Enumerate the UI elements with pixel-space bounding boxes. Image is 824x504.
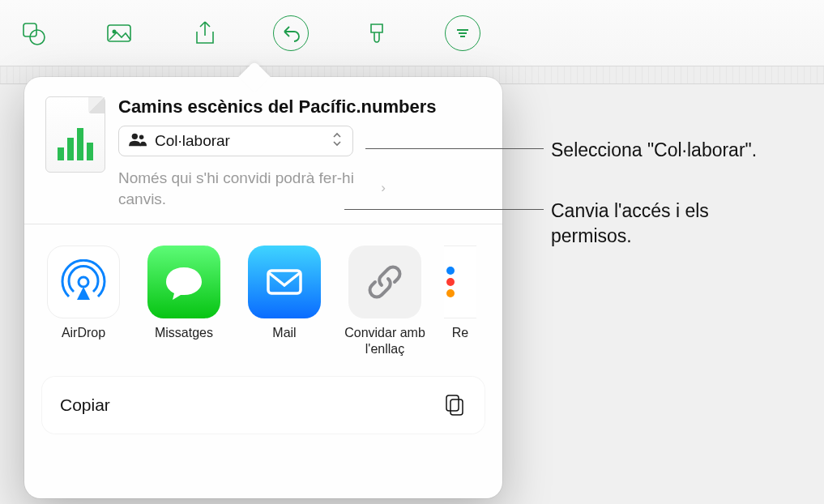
svg-rect-12 [450, 399, 463, 415]
svg-point-9 [446, 278, 455, 286]
share-app-label: Convidar amb l'enllaç [344, 325, 426, 357]
share-app-invite-link[interactable]: Convidar amb l'enllaç [344, 246, 426, 357]
view-options-button[interactable] [444, 15, 481, 52]
svg-point-1 [30, 30, 45, 45]
format-brush-button[interactable] [358, 15, 395, 52]
callout-change-access: Canvia l'accés i els permisos. [551, 199, 729, 249]
copy-icon [442, 393, 467, 417]
share-apps-row: AirDrop Missatges Mail Convidar amb l'en… [24, 224, 502, 377]
document-icon [45, 96, 105, 173]
collaborate-mode-select[interactable]: Col·laborar [118, 126, 353, 156]
people-icon [129, 132, 147, 150]
insert-media-button[interactable] [100, 15, 138, 52]
toolbar [0, 0, 824, 66]
copy-label: Copiar [60, 395, 110, 415]
share-app-messages[interactable]: Missatges [143, 246, 225, 357]
document-title: Camins escènics del Pacífic.numbers [118, 96, 481, 117]
svg-rect-2 [108, 25, 130, 41]
svg-point-8 [446, 267, 455, 275]
copy-action[interactable]: Copiar [42, 377, 485, 434]
share-app-label: Missatges [155, 325, 213, 341]
mail-icon [248, 246, 321, 318]
chart-glyph-icon [58, 128, 93, 160]
chevron-right-icon: › [381, 179, 386, 198]
collaborate-mode-label: Col·laborar [155, 132, 323, 150]
share-sheet-popover: Camins escènics del Pacífic.numbers Col·… [24, 77, 502, 498]
share-sheet-header: Camins escènics del Pacífic.numbers Col·… [24, 77, 502, 224]
messages-icon [147, 246, 220, 318]
reminders-icon [444, 246, 476, 318]
callout-select-collaborate: Selecciona "Col·laborar". [551, 138, 757, 163]
svg-point-5 [139, 135, 144, 140]
share-app-reminders[interactable]: Re [444, 246, 476, 357]
svg-rect-7 [268, 271, 301, 293]
svg-point-4 [132, 134, 138, 139]
access-note-text: Només qui s'hi convidi podrà fer-hi canv… [118, 168, 376, 209]
insert-shape-button[interactable] [15, 15, 52, 52]
svg-point-6 [79, 277, 88, 287]
share-app-label: Re [452, 325, 468, 341]
svg-point-10 [446, 289, 455, 297]
chevron-updown-icon [331, 132, 343, 150]
access-permissions-link[interactable]: Només qui s'hi convidi podrà fer-hi canv… [118, 168, 386, 209]
svg-rect-11 [446, 395, 459, 411]
share-app-label: Mail [272, 325, 296, 341]
share-app-airdrop[interactable]: AirDrop [42, 246, 125, 357]
share-app-mail[interactable]: Mail [243, 246, 326, 357]
callout-leader-line [365, 148, 544, 149]
link-icon [348, 246, 421, 318]
airdrop-icon [47, 246, 120, 318]
share-button[interactable] [186, 15, 224, 52]
share-app-label: AirDrop [62, 325, 105, 341]
callout-leader-line [344, 209, 544, 210]
undo-button[interactable] [272, 15, 310, 52]
